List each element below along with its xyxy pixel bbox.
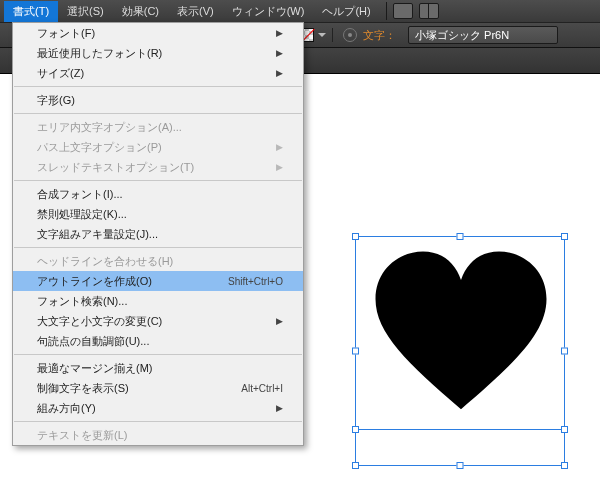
chevron-down-icon[interactable]	[318, 33, 326, 37]
menu-item-label: 制御文字を表示(S)	[37, 381, 129, 396]
handle-top[interactable]	[457, 233, 464, 240]
menu-view[interactable]: 表示(V)	[168, 1, 223, 22]
menu-item-label: フォント(F)	[37, 26, 95, 41]
menu-item[interactable]: 文字組みアキ量設定(J)...	[13, 224, 303, 244]
font-family-field[interactable]: 小塚ゴシック Pr6N	[408, 26, 558, 44]
menu-item-label: サイズ(Z)	[37, 66, 84, 81]
menu-item-label: 最適なマージン揃え(M)	[37, 361, 153, 376]
menu-item-label: エリア内文字オプション(A)...	[37, 120, 182, 135]
menu-item: テキストを更新(L)	[13, 425, 303, 445]
submenu-arrow-icon: ▶	[276, 48, 283, 58]
handle-top-right[interactable]	[561, 233, 568, 240]
submenu-arrow-icon: ▶	[276, 316, 283, 326]
menu-item[interactable]: 最近使用したフォント(R)▶	[13, 43, 303, 63]
menu-item[interactable]: 制御文字を表示(S)Alt+Ctrl+I	[13, 378, 303, 398]
fill-swatch-group	[300, 28, 333, 42]
menu-window[interactable]: ウィンドウ(W)	[223, 1, 314, 22]
submenu-arrow-icon: ▶	[276, 68, 283, 78]
menu-item[interactable]: 句読点の自動調節(U)...	[13, 331, 303, 351]
submenu-arrow-icon: ▶	[276, 162, 283, 172]
menu-item: スレッドテキストオプション(T)▶	[13, 157, 303, 177]
handle-bottom-left[interactable]	[352, 462, 359, 469]
menu-help[interactable]: ヘルプ(H)	[313, 1, 379, 22]
menu-item[interactable]: サイズ(Z)▶	[13, 63, 303, 83]
menu-item: パス上文字オプション(P)▶	[13, 137, 303, 157]
menu-item-label: 組み方向(Y)	[37, 401, 96, 416]
character-label: 文字：	[363, 28, 396, 43]
menu-item-label: 文字組みアキ量設定(J)...	[37, 227, 158, 242]
menu-item-label: テキストを更新(L)	[37, 428, 127, 443]
selection-bounding-box[interactable]	[355, 236, 565, 466]
menu-item-label: スレッドテキストオプション(T)	[37, 160, 194, 175]
handle-bottom[interactable]	[457, 462, 464, 469]
menu-item-label: 禁則処理設定(K)...	[37, 207, 127, 222]
format-menu-dropdown: フォント(F)▶最近使用したフォント(R)▶サイズ(Z)▶字形(G)エリア内文字…	[12, 22, 304, 446]
menu-item[interactable]: 禁則処理設定(K)...	[13, 204, 303, 224]
handle-left[interactable]	[352, 348, 359, 355]
visibility-icon[interactable]	[343, 28, 357, 42]
menu-item[interactable]: 組み方向(Y)▶	[13, 398, 303, 418]
menu-item-shortcut: Shift+Ctrl+O	[228, 276, 283, 287]
submenu-arrow-icon: ▶	[276, 28, 283, 38]
menu-item[interactable]: 大文字と小文字の変更(C)▶	[13, 311, 303, 331]
menu-item[interactable]: アウトラインを作成(O)Shift+Ctrl+O	[13, 271, 303, 291]
menu-item-label: 字形(G)	[37, 93, 75, 108]
menu-item-label: 最近使用したフォント(R)	[37, 46, 162, 61]
text-baseline	[356, 429, 564, 430]
menu-item[interactable]: フォント検索(N)...	[13, 291, 303, 311]
menubar: 書式(T) 選択(S) 効果(C) 表示(V) ウィンドウ(W) ヘルプ(H)	[0, 0, 600, 22]
menu-item-label: パス上文字オプション(P)	[37, 140, 162, 155]
menu-item-label: アウトラインを作成(O)	[37, 274, 152, 289]
menu-effect[interactable]: 効果(C)	[113, 1, 168, 22]
bridge-icon[interactable]	[393, 3, 413, 19]
menu-item[interactable]: 最適なマージン揃え(M)	[13, 358, 303, 378]
menu-item-label: ヘッドラインを合わせる(H)	[37, 254, 173, 269]
menu-item-label: 大文字と小文字の変更(C)	[37, 314, 162, 329]
menu-item[interactable]: フォント(F)▶	[13, 23, 303, 43]
baseline-handle-left[interactable]	[352, 426, 359, 433]
menu-item: ヘッドラインを合わせる(H)	[13, 251, 303, 271]
menu-item[interactable]: 合成フォント(I)...	[13, 184, 303, 204]
menu-select[interactable]: 選択(S)	[58, 1, 113, 22]
menu-item-shortcut: Alt+Ctrl+I	[241, 383, 283, 394]
menu-item[interactable]: 字形(G)	[13, 90, 303, 110]
menubar-separator	[386, 2, 387, 20]
menu-item: エリア内文字オプション(A)...	[13, 117, 303, 137]
handle-bottom-right[interactable]	[561, 462, 568, 469]
menu-item-label: 合成フォント(I)...	[37, 187, 123, 202]
handle-top-left[interactable]	[352, 233, 359, 240]
menu-item-label: フォント検索(N)...	[37, 294, 127, 309]
menu-item-label: 句読点の自動調節(U)...	[37, 334, 149, 349]
heart-shape[interactable]	[366, 242, 556, 432]
font-family-value: 小塚ゴシック Pr6N	[415, 28, 509, 43]
workspace-icon[interactable]	[419, 3, 439, 19]
menu-format[interactable]: 書式(T)	[4, 1, 58, 22]
submenu-arrow-icon: ▶	[276, 142, 283, 152]
baseline-handle-right[interactable]	[561, 426, 568, 433]
handle-right[interactable]	[561, 348, 568, 355]
submenu-arrow-icon: ▶	[276, 403, 283, 413]
